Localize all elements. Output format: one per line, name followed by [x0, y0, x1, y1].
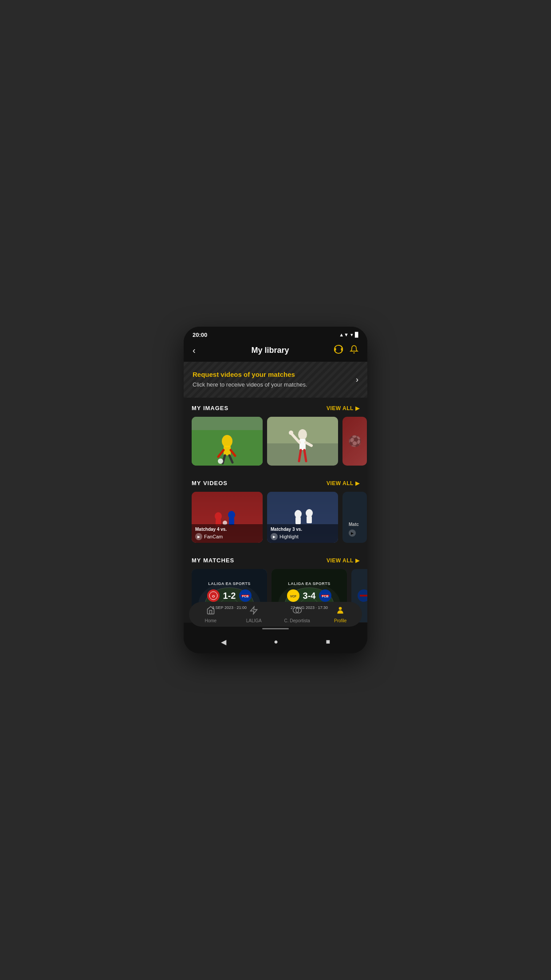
- match-content-2: LALIGA EA SPORTS VCF 3-4: [287, 569, 332, 622]
- request-text: Request videos of your matches Click her…: [193, 371, 350, 389]
- my-images-scroll: ⚽: [184, 417, 367, 473]
- svg-rect-2: [341, 348, 343, 351]
- svg-point-25: [228, 511, 235, 519]
- svg-rect-1: [335, 348, 336, 351]
- android-recent[interactable]: ■: [326, 638, 331, 646]
- status-time: 20:00: [193, 332, 207, 338]
- my-matches-view-all[interactable]: VIEW ALL ▶: [327, 557, 359, 564]
- play-icon-1: ▶: [195, 533, 202, 540]
- svg-point-58: [339, 607, 342, 610]
- video-card-3[interactable]: Matc ▶: [342, 492, 367, 543]
- svg-rect-16: [299, 439, 306, 450]
- android-back[interactable]: ◀: [221, 638, 226, 646]
- play-icon-3: ▶: [349, 530, 356, 537]
- svg-point-29: [295, 510, 302, 518]
- gesture-bar-area: [184, 627, 367, 630]
- svg-text:FCB: FCB: [242, 595, 248, 598]
- image-card-3[interactable]: ⚽: [342, 417, 367, 466]
- status-bar: 20:00 ▲▼ ▾ ▉: [184, 327, 367, 341]
- support-icon[interactable]: [334, 344, 343, 356]
- header-actions: [334, 344, 358, 356]
- main-content: Request videos of your matches Click her…: [184, 362, 367, 623]
- match-score-1: 1-2: [223, 591, 236, 601]
- video-matchday-1: Matchday 4 vs.: [195, 527, 259, 532]
- status-icons: ▲▼ ▾ ▉: [339, 332, 358, 338]
- header: ‹ My library: [184, 341, 367, 362]
- svg-point-18: [289, 431, 293, 435]
- my-matches-header: MY MATCHES VIEW ALL ▶: [184, 557, 367, 569]
- home-badge-1: O: [207, 589, 220, 602]
- video-card-2[interactable]: Matchday 3 vs. ▶ Highlight: [267, 492, 338, 543]
- svg-point-12: [218, 458, 223, 464]
- request-banner[interactable]: Request videos of your matches Click her…: [184, 362, 367, 398]
- battery-icon: ▉: [355, 332, 358, 338]
- svg-rect-5: [192, 417, 263, 430]
- my-matches-title: MY MATCHES: [192, 557, 234, 564]
- match-date-2: 27 AUG 2023 · 17:30: [291, 605, 328, 610]
- video-matchday-2: Matchday 3 vs.: [271, 527, 335, 532]
- match-score-row-1: O 1-2 FCB: [207, 589, 252, 602]
- my-images-title: MY IMAGES: [192, 405, 228, 411]
- my-images-section: MY IMAGES VIEW ALL ▶: [184, 398, 367, 473]
- android-home[interactable]: ●: [274, 638, 278, 646]
- svg-text:VCF: VCF: [290, 595, 297, 598]
- video-label-3: Matc ▶: [345, 519, 362, 540]
- my-videos-view-all[interactable]: VIEW ALL ▶: [327, 480, 359, 486]
- home-badge-2: VCF: [287, 589, 299, 602]
- request-title: Request videos of your matches: [193, 371, 350, 378]
- partial-badge: [358, 589, 368, 602]
- notification-icon[interactable]: [350, 345, 358, 356]
- play-icon-2: ▶: [271, 533, 278, 540]
- svg-point-23: [215, 512, 222, 520]
- svg-rect-7: [224, 446, 231, 455]
- svg-text:O: O: [212, 594, 214, 598]
- svg-rect-30: [295, 517, 301, 524]
- android-nav: ◀ ● ■: [184, 630, 367, 653]
- video-label-2: Matchday 3 vs. ▶ Highlight: [267, 524, 338, 543]
- svg-text:FCB: FCB: [322, 595, 328, 598]
- match-date-1: 3 SEP 2023 · 21:00: [212, 605, 247, 610]
- request-subtitle: Click here to receive videos of your mat…: [193, 381, 350, 389]
- wifi-icon: ▾: [350, 332, 353, 338]
- video-label-1: Matchday 4 vs. ▶ FanCam: [192, 524, 263, 543]
- phone-frame: 20:00 ▲▼ ▾ ▉ ‹ My library: [184, 327, 367, 653]
- video-card-1[interactable]: Matchday 4 vs. ▶ FanCam: [192, 492, 263, 543]
- request-chevron: ›: [356, 375, 358, 384]
- image-card-1[interactable]: [192, 417, 263, 466]
- away-badge-2: FCB: [319, 589, 331, 602]
- signal-icon: ▲▼: [339, 332, 349, 337]
- svg-rect-54: [360, 595, 368, 597]
- back-button[interactable]: ‹: [193, 345, 207, 356]
- my-videos-scroll: Matchday 4 vs. ▶ FanCam: [184, 492, 367, 550]
- image-card-2[interactable]: [267, 417, 338, 466]
- my-videos-title: MY VIDEOS: [192, 480, 228, 486]
- video-type-2: ▶ Highlight: [271, 533, 335, 540]
- video-type-1: ▶ FanCam: [195, 533, 259, 540]
- svg-point-31: [306, 509, 313, 517]
- profile-icon: [336, 606, 345, 617]
- gesture-bar: [262, 628, 289, 629]
- my-videos-section: MY VIDEOS VIEW ALL ▶: [184, 473, 367, 550]
- page-title: My library: [207, 346, 334, 355]
- svg-rect-32: [307, 516, 312, 523]
- match-score-row-2: VCF 3-4 FCB: [287, 589, 332, 602]
- my-images-view-all[interactable]: VIEW ALL ▶: [327, 405, 359, 411]
- my-videos-header: MY VIDEOS VIEW ALL ▶: [184, 480, 367, 492]
- my-images-header: MY IMAGES VIEW ALL ▶: [184, 405, 367, 417]
- match-score-2: 3-4: [303, 591, 316, 601]
- nav-profile-label: Profile: [334, 618, 346, 623]
- svg-point-6: [222, 435, 232, 447]
- match-content-1: LALIGA EA SPORTS O 1-2: [207, 569, 252, 622]
- svg-point-15: [298, 429, 307, 440]
- away-badge-1: FCB: [239, 589, 252, 602]
